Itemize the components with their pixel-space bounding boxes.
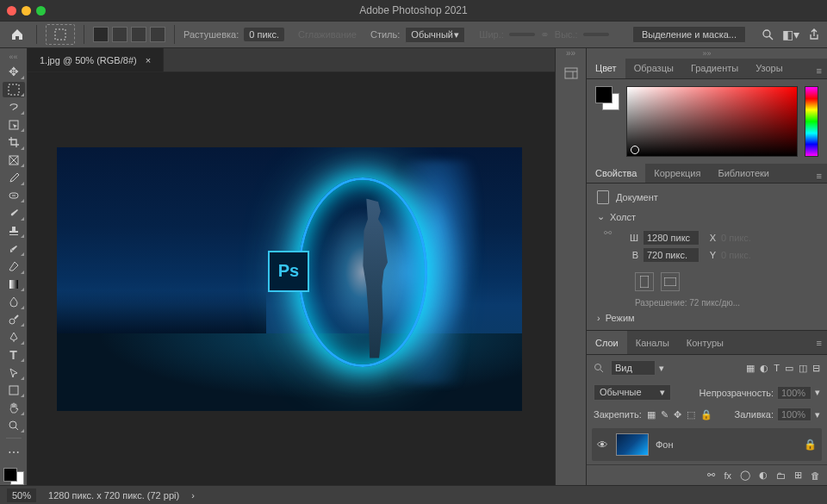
toolbar-collapse[interactable]: ««	[9, 52, 17, 62]
path-select-tool[interactable]	[3, 364, 25, 381]
selection-new-icon[interactable]	[93, 27, 109, 42]
layer-thumbnail[interactable]	[616, 433, 649, 456]
foreground-background-colors[interactable]	[3, 468, 24, 485]
type-tool[interactable]: T	[3, 347, 25, 364]
layer-mask-icon[interactable]: ◯	[740, 470, 750, 481]
selection-tool[interactable]	[3, 117, 25, 134]
brush-tool[interactable]	[3, 205, 25, 221]
move-tool[interactable]: ✥	[3, 64, 25, 80]
share-icon[interactable]	[808, 28, 820, 40]
status-chevron-icon[interactable]: ›	[191, 490, 195, 501]
tab-gradients[interactable]: Градиенты	[682, 59, 747, 78]
history-brush-tool[interactable]	[3, 240, 25, 257]
shape-tool[interactable]	[3, 383, 25, 399]
visibility-icon[interactable]: 👁	[597, 439, 609, 451]
blend-mode-select[interactable]: Обычные▾	[594, 384, 671, 401]
tab-color[interactable]: Цвет	[587, 59, 625, 78]
selection-add-icon[interactable]	[112, 27, 127, 42]
lock-position-icon[interactable]: ✥	[674, 409, 681, 420]
hue-slider[interactable]	[805, 86, 818, 157]
tab-properties[interactable]: Свойства	[587, 164, 645, 184]
link-layers-icon[interactable]: ⚯	[707, 470, 715, 481]
select-and-mask-button[interactable]: Выделение и маска...	[632, 26, 746, 43]
fill-input[interactable]: 100%	[777, 408, 811, 421]
tab-paths[interactable]: Контуры	[678, 331, 732, 354]
height-input[interactable]: 720 пикс.	[644, 248, 699, 262]
lock-artboard-icon[interactable]: ⬚	[687, 409, 695, 420]
layer-row[interactable]: 👁 Фон 🔒	[592, 428, 822, 461]
new-group-icon[interactable]: 🗀	[776, 470, 786, 481]
filter-shape-icon[interactable]: ▭	[785, 363, 793, 374]
tab-channels[interactable]: Каналы	[627, 331, 678, 354]
chevron-right-icon[interactable]: ›	[597, 313, 600, 323]
fg-bg-swatch[interactable]	[595, 86, 619, 110]
close-icon[interactable]	[7, 6, 16, 16]
maximize-icon[interactable]	[36, 6, 46, 16]
filter-type-icon[interactable]: T	[774, 363, 780, 374]
frame-tool[interactable]	[3, 152, 25, 169]
lock-all-icon[interactable]: 🔒	[700, 409, 712, 420]
orientation-landscape-icon[interactable]	[661, 272, 680, 291]
feather-input[interactable]: 0 пикс.	[244, 28, 284, 41]
width-input[interactable]: 1280 пикс	[644, 231, 699, 245]
layer-name[interactable]: Фон	[656, 439, 674, 450]
lock-icon[interactable]: 🔒	[804, 439, 817, 451]
chevron-down-icon: ▾	[660, 387, 665, 398]
lock-pixels-icon[interactable]: ▦	[647, 409, 656, 420]
blur-tool[interactable]	[3, 294, 25, 310]
close-icon[interactable]: ×	[146, 55, 151, 65]
new-layer-icon[interactable]: ⊞	[794, 470, 802, 481]
selection-intersect-icon[interactable]	[150, 27, 165, 42]
lasso-tool[interactable]	[3, 99, 25, 115]
zoom-tool[interactable]	[3, 418, 25, 434]
panel-menu-icon[interactable]: ≡	[817, 171, 822, 181]
stamp-tool[interactable]	[3, 223, 25, 240]
tool-preset-picker[interactable]	[46, 24, 75, 45]
gradient-tool[interactable]	[3, 277, 25, 293]
tab-swatches[interactable]: Образцы	[625, 59, 682, 78]
home-button[interactable]	[7, 24, 28, 45]
selection-subtract-icon[interactable]	[131, 27, 146, 42]
filter-search-icon[interactable]	[594, 363, 604, 373]
eyedropper-tool[interactable]	[3, 170, 25, 186]
style-select[interactable]: Обычный▾	[405, 27, 465, 43]
filter-toggle-icon[interactable]: ⊟	[812, 363, 820, 374]
layer-style-icon[interactable]: fx	[724, 470, 731, 481]
tab-adjustments[interactable]: Коррекция	[645, 164, 709, 184]
link-icon[interactable]: ⚯	[602, 227, 612, 265]
chevron-down-icon[interactable]: ⌄	[597, 211, 605, 222]
eraser-tool[interactable]	[3, 258, 25, 275]
orientation-portrait-icon[interactable]	[635, 272, 654, 291]
minimize-icon[interactable]	[22, 6, 31, 16]
filter-smart-icon[interactable]: ◫	[799, 363, 807, 374]
tab-layers[interactable]: Слои	[587, 331, 627, 354]
hand-tool[interactable]	[3, 400, 25, 416]
marquee-tool[interactable]	[3, 82, 25, 98]
canvas-viewport[interactable]: Ps	[28, 72, 551, 485]
healing-tool[interactable]	[3, 188, 25, 204]
dodge-tool[interactable]	[3, 312, 25, 328]
layer-filter-select[interactable]	[611, 360, 656, 376]
color-picker[interactable]	[626, 86, 798, 157]
delete-layer-icon[interactable]: 🗑	[811, 470, 820, 481]
panel-menu-icon[interactable]: ≡	[817, 65, 822, 76]
edit-toolbar[interactable]: ⋯	[3, 445, 25, 461]
filter-pixel-icon[interactable]: ▦	[746, 363, 755, 374]
panel-icon[interactable]	[556, 60, 586, 86]
crop-tool[interactable]	[3, 134, 25, 151]
document-tab[interactable]: 1.jpg @ 50% (RGB/8#) ×	[28, 48, 164, 72]
lock-paint-icon[interactable]: ✎	[661, 409, 668, 420]
panel-menu-icon[interactable]: ≡	[817, 338, 822, 348]
adjustment-layer-icon[interactable]: ◐	[759, 470, 768, 481]
collapse-panels[interactable]: »»	[587, 48, 827, 59]
canvas[interactable]: Ps	[57, 147, 522, 411]
pen-tool[interactable]	[3, 329, 25, 345]
expand-dock[interactable]: »»	[556, 48, 586, 60]
workspace-icon[interactable]: ◧▾	[782, 28, 799, 41]
opacity-input[interactable]: 100%	[777, 386, 811, 400]
tab-patterns[interactable]: Узоры	[747, 59, 791, 78]
search-icon[interactable]	[762, 28, 774, 40]
filter-adjust-icon[interactable]: ◐	[760, 363, 768, 374]
tab-libraries[interactable]: Библиотеки	[709, 164, 778, 184]
zoom-input[interactable]: 50%	[7, 488, 36, 502]
